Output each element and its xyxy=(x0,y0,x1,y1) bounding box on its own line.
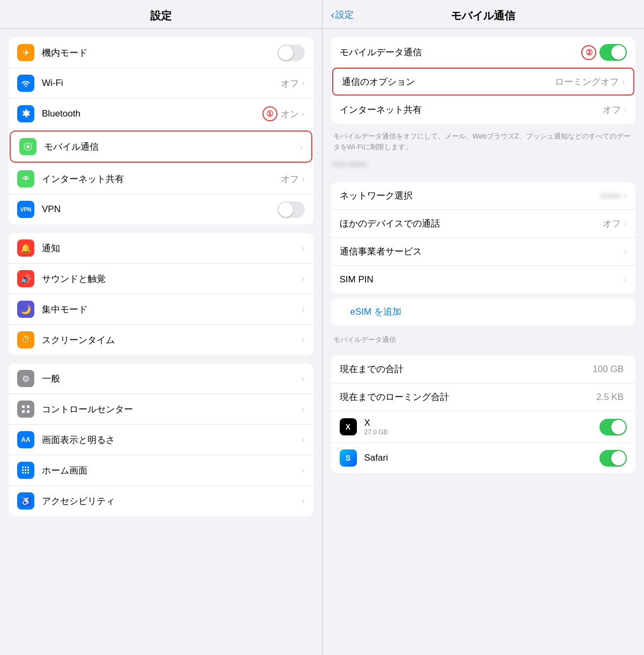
network-group: ネットワーク選択 •••••••• › ほかのデバイスでの通話 オフ › 通信事… xyxy=(331,182,636,294)
wifi-row[interactable]: Wi-Fi オフ › xyxy=(9,68,313,99)
svg-point-0 xyxy=(26,145,30,148)
back-button[interactable]: ‹ 設定 xyxy=(331,8,354,20)
display-row[interactable]: AA 画面表示と明るさ › xyxy=(9,425,313,455)
home-label: ホーム画面 xyxy=(42,464,302,477)
accessibility-chevron: › xyxy=(302,497,305,505)
sound-chevron: › xyxy=(302,274,305,283)
x-app-info: X 27.0 GB xyxy=(364,418,600,436)
comm-options-value: ローミングオフ xyxy=(555,76,619,88)
vpn-icon: VPN xyxy=(17,201,34,218)
comm-options-row[interactable]: 通信のオプション ローミングオフ › xyxy=(332,68,635,96)
comm-options-label: 通信のオプション xyxy=(342,76,555,88)
general-label: 一般 xyxy=(42,373,302,385)
home-row[interactable]: ホーム画面 › xyxy=(9,455,313,486)
mobile-data-group: モバイルデータ通信 ② 通信のオプション ローミングオフ › インターネット共有… xyxy=(331,38,636,123)
svg-rect-11 xyxy=(27,469,29,471)
esim-link[interactable]: eSIM を追加 xyxy=(340,298,627,325)
back-chevron: ‹ xyxy=(331,8,335,20)
wifi-icon xyxy=(17,75,34,92)
vpn-toggle[interactable] xyxy=(277,201,305,218)
x-app-toggle[interactable] xyxy=(599,419,627,435)
carrier-blurred-text: ••••• ••••••• xyxy=(333,160,367,169)
wifi-label: Wi-Fi xyxy=(42,78,281,89)
display-chevron: › xyxy=(302,435,305,444)
comm-options-chevron: › xyxy=(622,77,625,86)
mobile-row[interactable]: モバイル通信 › xyxy=(10,130,312,163)
hotspot-row[interactable]: インターネット共有 オフ › xyxy=(9,164,313,194)
svg-rect-4 xyxy=(22,410,25,413)
bluetooth-badge: ① xyxy=(262,106,277,121)
safari-toggle[interactable] xyxy=(599,450,627,467)
wifi-chevron: › xyxy=(302,79,305,88)
general-row[interactable]: ⚙ 一般 › xyxy=(9,363,313,394)
notification-label: 通知 xyxy=(42,242,302,254)
carrier-service-chevron: › xyxy=(624,248,627,256)
notification-chevron: › xyxy=(302,244,305,252)
other-device-call-label: ほかのデバイスでの通話 xyxy=(340,217,603,230)
bluetooth-row[interactable]: ✱ Bluetooth ① オン › xyxy=(9,99,313,129)
display-icon: AA xyxy=(17,431,34,448)
focus-icon: 🌙 xyxy=(17,301,34,318)
safari-app-row[interactable]: S Safari xyxy=(331,443,636,473)
mobile-data-toggle[interactable] xyxy=(599,44,627,61)
focus-row[interactable]: 🌙 集中モード › xyxy=(9,294,313,325)
carrier-service-row[interactable]: 通信事業者サービス › xyxy=(331,238,636,266)
carrier-blurred: ••••• ••••••• xyxy=(323,157,645,173)
airplane-row[interactable]: ✈ 機内モード xyxy=(9,38,313,68)
sim-pin-row[interactable]: SIM PIN › xyxy=(331,266,636,294)
hotspot-label: インターネット共有 xyxy=(42,173,281,185)
svg-rect-10 xyxy=(25,469,26,471)
control-icon xyxy=(17,401,34,418)
network-select-row[interactable]: ネットワーク選択 •••••••• › xyxy=(331,182,636,210)
bluetooth-icon: ✱ xyxy=(17,105,34,122)
left-title: 設定 xyxy=(11,9,311,23)
sound-row[interactable]: 🔊 サウンドと触覚 › xyxy=(9,264,313,294)
other-device-call-value: オフ xyxy=(603,217,621,230)
control-row[interactable]: コントロールセンター › xyxy=(9,394,313,425)
x-app-size: 27.0 GB xyxy=(364,428,600,436)
other-device-call-row[interactable]: ほかのデバイスでの通話 オフ › xyxy=(331,210,636,238)
control-chevron: › xyxy=(302,405,305,413)
roaming-data-row: 現在までのローミング合計 2.5 KB xyxy=(331,383,636,411)
left-panel: 設定 ✈ 機内モード Wi-Fi オフ › ✱ Bluetooth ① オン › xyxy=(0,0,322,655)
mobile-chevron: › xyxy=(300,142,303,151)
home-icon xyxy=(17,462,34,479)
carrier-service-label: 通信事業者サービス xyxy=(340,245,625,258)
mobile-data-row[interactable]: モバイルデータ通信 ② xyxy=(331,38,636,68)
screentime-icon: ⏱ xyxy=(17,331,34,348)
hotspot-icon xyxy=(17,170,34,187)
roaming-data-value: 2.5 KB xyxy=(596,392,624,403)
sim-pin-label: SIM PIN xyxy=(340,274,625,285)
svg-rect-3 xyxy=(27,405,30,408)
right-internet-share-row[interactable]: インターネット共有 オフ › xyxy=(331,96,636,123)
svg-rect-2 xyxy=(22,405,25,408)
svg-rect-9 xyxy=(22,469,24,471)
notification-row[interactable]: 🔔 通知 › xyxy=(9,233,313,264)
right-title: モバイル通信 xyxy=(451,9,515,23)
x-app-icon: X xyxy=(340,418,357,435)
svg-rect-14 xyxy=(27,472,29,474)
svg-rect-8 xyxy=(27,467,29,468)
screentime-row[interactable]: ⏱ スクリーンタイム › xyxy=(9,325,313,355)
vpn-row[interactable]: VPN VPN xyxy=(9,194,313,224)
general-icon: ⚙ xyxy=(17,370,34,387)
control-label: コントロールセンター xyxy=(42,403,302,416)
other-device-call-chevron: › xyxy=(624,220,627,228)
airplane-toggle[interactable] xyxy=(277,45,305,61)
vpn-label: VPN xyxy=(42,204,277,215)
esim-group: eSIM を追加 xyxy=(331,298,636,325)
accessibility-row[interactable]: ♿ アクセシビリティ › xyxy=(9,486,313,516)
accessibility-icon: ♿ xyxy=(17,492,34,510)
svg-rect-12 xyxy=(22,472,24,474)
mobile-icon xyxy=(19,138,36,155)
x-app-row[interactable]: X X 27.0 GB xyxy=(331,411,636,443)
svg-rect-5 xyxy=(27,410,30,413)
mobile-data-description: モバイルデータ通信をオフにして、メール、WebブラウズZ、プッシュ通知などのすべ… xyxy=(323,128,645,157)
safari-app-name: Safari xyxy=(364,453,600,463)
network-select-chevron: › xyxy=(624,192,627,200)
x-app-name: X xyxy=(364,418,600,428)
notification-icon: 🔔 xyxy=(17,239,34,257)
bluetooth-label: Bluetooth xyxy=(42,108,262,119)
data-section-label: モバイルデータ通信 xyxy=(323,330,645,347)
connectivity-group: ✈ 機内モード Wi-Fi オフ › ✱ Bluetooth ① オン › モバ… xyxy=(9,38,313,224)
